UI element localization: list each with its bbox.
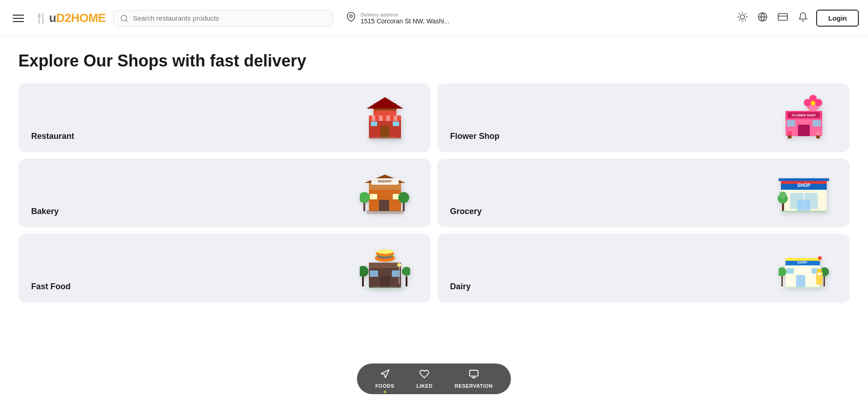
svg-rect-74 [370, 270, 378, 277]
shop-card-fastfood[interactable]: Fast Food [18, 234, 431, 302]
svg-rect-64 [779, 178, 829, 181]
delivery-info: Delivery address 1515 Corcoran St NW, Wa… [361, 12, 450, 25]
svg-rect-94 [786, 268, 794, 274]
svg-rect-40 [798, 125, 810, 136]
svg-rect-21 [386, 116, 390, 121]
main-content: Explore Our Shops with fast delivery Res… [0, 37, 868, 348]
svg-rect-102 [817, 269, 822, 273]
svg-rect-86 [399, 266, 400, 284]
header: 🍴 uD2HOME Delivery address 1515 Corcoran… [0, 0, 868, 37]
svg-point-97 [779, 267, 786, 276]
shop-label-bakery: Bakery [31, 207, 59, 216]
svg-rect-104 [784, 286, 824, 289]
search-bar [113, 10, 333, 27]
svg-point-37 [811, 101, 815, 105]
svg-point-58 [398, 192, 409, 203]
theme-toggle-button[interactable] [736, 10, 749, 26]
svg-point-2 [350, 15, 352, 17]
shop-label-fastfood: Fast Food [31, 282, 71, 292]
svg-rect-67 [797, 200, 810, 211]
shop-label-flower: Flower Shop [450, 132, 500, 141]
delivery-label: Delivery address [361, 12, 450, 17]
svg-point-35 [804, 99, 811, 106]
svg-point-44 [787, 131, 792, 136]
svg-rect-93 [796, 275, 805, 287]
svg-rect-76 [380, 276, 390, 288]
svg-marker-29 [367, 97, 403, 109]
svg-text:DAIRY: DAIRY [797, 261, 808, 264]
svg-rect-84 [406, 276, 407, 286]
logo-fork-icon: 🍴 [35, 12, 47, 24]
login-button[interactable]: Login [816, 10, 859, 27]
svg-rect-98 [824, 276, 825, 286]
svg-point-85 [402, 267, 410, 276]
svg-point-87 [397, 263, 401, 267]
svg-rect-43 [788, 135, 791, 138]
svg-rect-20 [379, 116, 383, 121]
svg-rect-52 [379, 200, 389, 211]
svg-rect-59 [367, 210, 403, 214]
location-icon [346, 12, 356, 24]
svg-rect-55 [363, 202, 365, 211]
header-actions: Login [736, 10, 859, 27]
flower-illustration: FLOWER SHOP [776, 93, 831, 143]
svg-line-11 [745, 14, 746, 14]
svg-point-34 [815, 99, 822, 106]
shop-card-bakery[interactable]: Bakery BAKERY [18, 159, 431, 227]
svg-point-3 [741, 15, 745, 19]
wallet-button[interactable] [776, 10, 790, 26]
svg-rect-68 [782, 203, 784, 211]
svg-rect-27 [393, 121, 399, 126]
svg-line-6 [739, 14, 740, 14]
svg-point-88 [364, 286, 406, 290]
search-input[interactable] [133, 14, 326, 22]
restaurant-illustration: Restaurant [357, 93, 412, 143]
svg-text:BAKERY: BAKERY [378, 180, 392, 183]
svg-rect-82 [362, 276, 364, 286]
delivery-address: 1515 Corcoran St NW, Washi... [361, 17, 450, 25]
svg-point-56 [360, 192, 370, 203]
svg-rect-73 [369, 263, 401, 268]
svg-rect-53 [370, 194, 377, 199]
svg-rect-22 [394, 116, 397, 121]
svg-rect-25 [380, 126, 390, 138]
logo-text: uD2HOME [49, 11, 106, 25]
svg-rect-19 [372, 116, 375, 121]
svg-line-1 [126, 20, 127, 21]
svg-rect-71 [781, 210, 827, 213]
shop-card-dairy[interactable]: Dairy DAIRY [437, 234, 850, 302]
svg-point-83 [360, 266, 368, 277]
delivery-section[interactable]: Delivery address 1515 Corcoran St NW, Wa… [346, 12, 450, 25]
svg-rect-42 [813, 120, 821, 126]
svg-point-70 [779, 192, 786, 199]
svg-rect-96 [781, 276, 783, 286]
menu-button[interactable] [9, 11, 27, 26]
shop-grid: Restaurant Restaurant [18, 83, 850, 302]
svg-rect-57 [403, 202, 405, 211]
globe-button[interactable] [756, 10, 769, 26]
shop-label-restaurant: Restaurant [31, 132, 74, 141]
svg-line-7 [745, 20, 746, 20]
grocery-illustration: SHOP [776, 168, 831, 218]
logo[interactable]: 🍴 uD2HOME [35, 11, 106, 25]
bakery-illustration: BAKERY [357, 168, 412, 218]
notification-button[interactable] [796, 10, 810, 26]
shop-card-restaurant[interactable]: Restaurant Restaurant [18, 83, 431, 152]
svg-text:SHOP: SHOP [797, 183, 811, 188]
svg-rect-41 [787, 120, 795, 126]
dairy-illustration: DAIRY [776, 243, 831, 293]
svg-point-46 [816, 131, 820, 136]
fastfood-illustration [357, 243, 412, 293]
search-icon [120, 14, 128, 22]
shop-label-grocery: Grocery [450, 207, 482, 216]
shop-card-flower[interactable]: Flower Shop FLOWER SHOP [437, 83, 850, 152]
shop-card-grocery[interactable]: Grocery SHOP [437, 159, 850, 227]
svg-point-100 [818, 256, 822, 260]
page-title: Explore Our Shops with fast delivery [18, 51, 850, 71]
svg-line-10 [739, 20, 740, 20]
svg-rect-103 [818, 273, 821, 275]
svg-point-81 [377, 249, 393, 254]
svg-rect-26 [371, 121, 377, 126]
svg-text:FLOWER SHOP: FLOWER SHOP [792, 114, 816, 117]
shop-label-dairy: Dairy [450, 282, 471, 292]
